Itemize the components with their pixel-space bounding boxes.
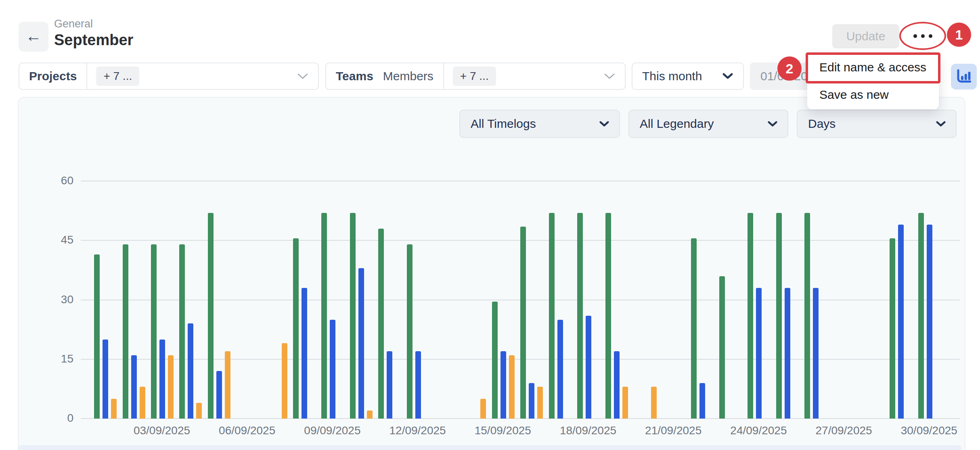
chevron-down-icon — [936, 121, 946, 127]
chevron-down-icon — [604, 73, 615, 80]
bar-orange-01/09/2025[interactable] — [111, 399, 117, 419]
breadcrumb: General — [54, 18, 93, 30]
period-select-value: This month — [632, 69, 702, 83]
next-panel-edge — [19, 445, 961, 450]
chart-type-button[interactable] — [951, 64, 977, 90]
teams-more-chip[interactable]: + 7 ... — [453, 67, 496, 86]
annotation-step-2-badge: 2 — [777, 56, 802, 81]
bar-orange-05/09/2025[interactable] — [225, 351, 230, 419]
chevron-down-icon — [599, 121, 609, 127]
bar-blue-15/09/2025[interactable] — [500, 351, 506, 419]
bar-green-26/09/2025[interactable] — [804, 213, 810, 419]
bar-blue-04/09/2025[interactable] — [188, 323, 193, 419]
bar-orange-15/09/2025[interactable] — [509, 355, 515, 419]
legendary-dropdown[interactable]: All Legendary — [628, 110, 788, 138]
back-button[interactable]: ← — [19, 22, 48, 52]
bar-green-05/09/2025[interactable] — [208, 213, 214, 419]
annotation-step-1-badge: 1 — [947, 23, 971, 47]
bar-orange-16/09/2025[interactable] — [537, 387, 543, 419]
bar-green-23/09/2025[interactable] — [719, 276, 725, 419]
bar-orange-14/09/2025[interactable] — [480, 399, 486, 419]
bar-orange-07/09/2025[interactable] — [282, 343, 287, 419]
bar-orange-10/09/2025[interactable] — [367, 410, 373, 419]
more-options-button[interactable] — [903, 25, 942, 47]
bar-blue-05/09/2025[interactable] — [216, 371, 222, 419]
bar-green-15/09/2025[interactable] — [492, 302, 498, 419]
bar-blue-02/09/2025[interactable] — [131, 355, 137, 419]
ellipsis-icon — [921, 34, 925, 38]
bar-green-04/09/2025[interactable] — [179, 244, 185, 419]
bar-green-08/09/2025[interactable] — [293, 238, 299, 419]
projects-filter-label: Projects — [19, 69, 86, 83]
bar-green-01/09/2025[interactable] — [94, 254, 100, 419]
bar-green-30/09/2025[interactable] — [918, 213, 924, 419]
legendary-dropdown-value: All Legendary — [629, 117, 714, 131]
bar-blue-16/09/2025[interactable] — [529, 383, 534, 419]
members-tab[interactable]: Members — [383, 69, 443, 83]
bar-green-18/09/2025[interactable] — [577, 213, 583, 419]
chevron-down-icon — [722, 73, 733, 80]
bar-blue-08/09/2025[interactable] — [302, 288, 307, 419]
divider — [443, 63, 444, 90]
page-title: September — [54, 31, 133, 49]
bar-chart-icon — [955, 68, 972, 85]
bar-blue-17/09/2025[interactable] — [557, 320, 563, 419]
bar-green-24/09/2025[interactable] — [748, 213, 753, 419]
bar-blue-26/09/2025[interactable] — [813, 288, 819, 419]
more-options-menu: Edit name & access Save as new — [807, 54, 939, 109]
bar-blue-01/09/2025[interactable] — [103, 340, 108, 419]
granularity-dropdown-value: Days — [798, 117, 836, 131]
bar-blue-11/09/2025[interactable] — [387, 351, 392, 419]
chevron-down-icon — [297, 73, 308, 80]
bar-green-29/09/2025[interactable] — [890, 238, 895, 419]
teams-tab[interactable]: Teams — [326, 69, 383, 83]
bar-blue-09/09/2025[interactable] — [330, 320, 335, 419]
ellipsis-icon — [913, 34, 917, 38]
bar-orange-02/09/2025[interactable] — [140, 387, 145, 419]
bar-blue-10/09/2025[interactable] — [358, 268, 364, 419]
bar-green-02/09/2025[interactable] — [123, 244, 128, 419]
timelogs-dropdown-value: All Timelogs — [460, 117, 536, 131]
bar-blue-22/09/2025[interactable] — [699, 383, 705, 419]
bar-green-10/09/2025[interactable] — [350, 213, 356, 419]
bar-green-11/09/2025[interactable] — [378, 229, 384, 419]
bar-blue-24/09/2025[interactable] — [756, 288, 762, 419]
teams-filter[interactable]: Teams Members + 7 ... — [325, 62, 626, 90]
divider — [86, 63, 87, 90]
menu-item-save-as-new[interactable]: Save as new — [807, 81, 939, 108]
bar-orange-20/09/2025[interactable] — [651, 387, 657, 419]
back-arrow-icon: ← — [25, 28, 42, 44]
bar-green-09/09/2025[interactable] — [321, 213, 327, 419]
bar-green-17/09/2025[interactable] — [549, 213, 555, 419]
update-button[interactable]: Update — [832, 24, 899, 48]
bar-green-19/09/2025[interactable] — [605, 213, 611, 419]
bar-green-03/09/2025[interactable] — [151, 244, 157, 419]
bar-blue-25/09/2025[interactable] — [785, 288, 790, 419]
chevron-down-icon — [767, 121, 778, 127]
bar-blue-03/09/2025[interactable] — [159, 340, 165, 419]
granularity-dropdown[interactable]: Days — [797, 110, 957, 138]
bar-green-25/09/2025[interactable] — [776, 213, 782, 419]
menu-item-edit-name-access[interactable]: Edit name & access — [807, 54, 939, 81]
timelogs-dropdown[interactable]: All Timelogs — [459, 110, 620, 138]
bar-green-12/09/2025[interactable] — [407, 244, 413, 419]
bar-orange-19/09/2025[interactable] — [622, 387, 628, 419]
bar-blue-12/09/2025[interactable] — [415, 351, 421, 419]
projects-filter[interactable]: Projects + 7 ... — [19, 62, 319, 90]
bar-green-16/09/2025[interactable] — [520, 227, 526, 419]
ellipsis-icon — [929, 34, 932, 38]
bar-blue-29/09/2025[interactable] — [898, 225, 904, 419]
projects-more-chip[interactable]: + 7 ... — [96, 67, 139, 86]
bar-blue-18/09/2025[interactable] — [586, 316, 591, 419]
bar-green-22/09/2025[interactable] — [691, 238, 697, 419]
bar-blue-19/09/2025[interactable] — [614, 351, 620, 419]
period-select[interactable]: This month — [632, 62, 744, 90]
bar-orange-04/09/2025[interactable] — [196, 403, 202, 419]
bar-orange-03/09/2025[interactable] — [168, 355, 174, 419]
bar-blue-30/09/2025[interactable] — [927, 225, 932, 419]
